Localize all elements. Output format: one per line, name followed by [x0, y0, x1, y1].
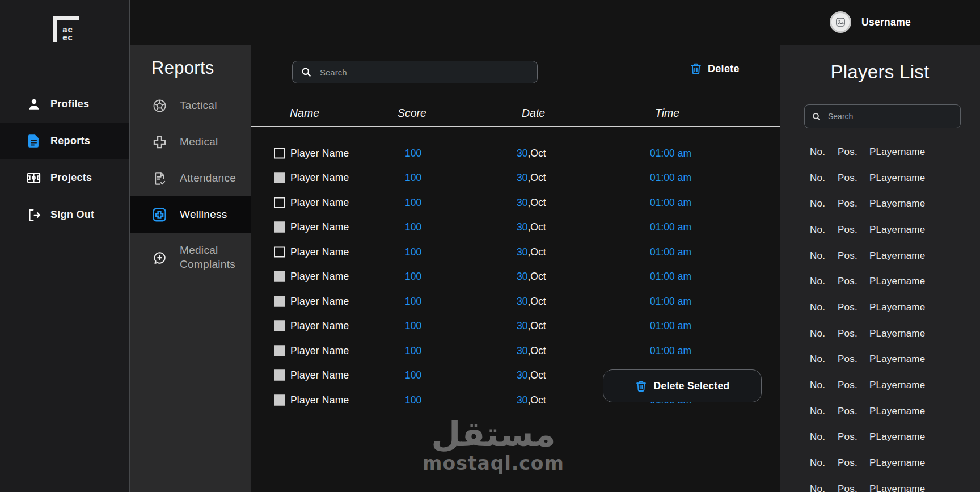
medical-cross-icon: [151, 134, 167, 150]
player-list-item[interactable]: No. Pos. PLayername: [780, 243, 980, 269]
row-checkbox[interactable]: [274, 321, 285, 331]
score-cell: 100: [405, 394, 421, 406]
report-item-wellness[interactable]: Welllness: [130, 196, 251, 233]
avatar[interactable]: [830, 11, 851, 33]
row-checkbox[interactable]: [274, 394, 285, 405]
score-cell: 100: [405, 147, 421, 159]
player-list-item[interactable]: No. Pos. PLayername: [780, 321, 980, 347]
players-search: [804, 104, 961, 128]
table-row: Player Name 100 30,Oct 01:00 am: [251, 314, 780, 339]
soccer-ball-icon: [151, 98, 167, 113]
sidebar-item-label: Reports: [50, 135, 90, 147]
main-content: Delete Name Score Date Time Player Name …: [251, 45, 780, 492]
username-label: Username: [861, 16, 911, 28]
search-icon: [812, 112, 821, 121]
player-list-item[interactable]: No. Pos. PLayername: [780, 372, 980, 398]
date-month: ,Oct: [527, 221, 546, 233]
player-number: No.: [810, 224, 825, 236]
player-number: No.: [810, 328, 825, 339]
player-list-item[interactable]: No. Pos. PLayername: [780, 268, 980, 295]
row-checkbox[interactable]: [274, 345, 285, 356]
report-item-medical-complaints[interactable]: Medical Complaints: [130, 233, 251, 283]
player-name: PLayername: [869, 354, 925, 365]
sidebar-item-profiles[interactable]: Profiles: [0, 86, 129, 123]
player-position: Pos.: [838, 302, 858, 313]
watermark-arabic-logo: مستقل: [400, 415, 587, 453]
player-position: Pos.: [838, 146, 858, 158]
player-number: No.: [810, 457, 825, 469]
main-search: [292, 61, 538, 83]
report-item-label: Welllness: [180, 208, 251, 222]
player-number: No.: [810, 354, 825, 365]
player-name: PLayername: [869, 224, 925, 236]
player-name-cell: Player Name: [290, 147, 349, 159]
row-checkbox[interactable]: [274, 222, 285, 233]
date-cell: 30,Oct: [517, 369, 546, 381]
date-cell: 30,Oct: [517, 147, 546, 159]
date-day: 30: [517, 271, 527, 282]
player-list-item[interactable]: No. Pos. PLayername: [780, 191, 980, 217]
row-checkbox[interactable]: [274, 271, 285, 282]
player-name-cell: Player Name: [290, 394, 349, 406]
app-screen: ac ec Profiles Reports Projects: [0, 0, 980, 492]
user-menu[interactable]: Username: [830, 11, 911, 33]
player-number: No.: [810, 198, 825, 209]
player-name: PLayername: [869, 406, 925, 417]
report-item-tactical[interactable]: Tactical: [130, 87, 251, 124]
player-list-item[interactable]: No. Pos. PLayername: [780, 139, 980, 165]
time-cell: 01:00 am: [650, 271, 691, 283]
date-day: 30: [517, 172, 527, 183]
date-month: ,Oct: [527, 172, 546, 183]
player-list-item[interactable]: No. Pos. PLayername: [780, 347, 980, 373]
date-day: 30: [517, 196, 527, 208]
search-input[interactable]: [319, 67, 529, 78]
reports-panel-title: Reports: [151, 58, 214, 78]
row-checkbox[interactable]: [274, 296, 285, 306]
date-month: ,Oct: [527, 271, 546, 282]
row-checkbox[interactable]: [274, 246, 285, 257]
row-checkbox[interactable]: [274, 370, 285, 381]
player-list-item[interactable]: No. Pos. PLayername: [780, 476, 980, 492]
signout-icon: [26, 207, 41, 222]
report-item-label: Tactical: [180, 99, 251, 113]
report-item-attendance[interactable]: Attendance: [130, 160, 251, 196]
score-cell: 100: [405, 196, 421, 208]
row-checkbox[interactable]: [274, 173, 285, 183]
report-item-medical[interactable]: Medical: [130, 124, 251, 160]
player-list-item[interactable]: No. Pos. PLayername: [780, 450, 980, 476]
player-list-item[interactable]: No. Pos. PLayername: [780, 295, 980, 321]
players-search-input[interactable]: [827, 111, 953, 121]
sidebar-item-projects[interactable]: Projects: [0, 159, 129, 196]
sidebar-item-reports[interactable]: Reports: [0, 123, 129, 159]
player-number: No.: [810, 431, 825, 443]
date-cell: 30,Oct: [517, 172, 546, 184]
row-checkbox[interactable]: [274, 197, 285, 208]
players-list-title: Players List: [780, 61, 980, 83]
app-logo: ac ec: [53, 16, 79, 42]
player-list-item[interactable]: No. Pos. PLayername: [780, 424, 980, 451]
delete-selected-button[interactable]: Delete Selected: [603, 369, 762, 402]
player-position: Pos.: [838, 276, 858, 287]
sidebar-item-signout[interactable]: Sign Out: [0, 196, 129, 233]
watermark: مستقل mostaql.com: [400, 415, 587, 473]
player-name-cell: Player Name: [290, 369, 349, 381]
player-number: No.: [810, 146, 825, 158]
date-day: 30: [517, 295, 527, 306]
player-name: PLayername: [869, 431, 925, 443]
time-cell: 01:00 am: [650, 196, 691, 208]
player-name-cell: Player Name: [290, 295, 349, 307]
delete-button-label: Delete: [708, 63, 740, 75]
report-item-label: Medical Complaints: [180, 243, 251, 271]
wellness-icon: [151, 207, 167, 222]
table-row: Player Name 100 30,Oct 01:00 am: [251, 166, 780, 191]
player-list-item[interactable]: No. Pos. PLayername: [780, 398, 980, 424]
player-position: Pos.: [838, 328, 858, 339]
player-list-item[interactable]: No. Pos. PLayername: [780, 217, 980, 243]
player-list-item[interactable]: No. Pos. PLayername: [780, 165, 980, 191]
date-day: 30: [517, 394, 527, 405]
table-header: Name Score Date Time: [251, 107, 780, 120]
players-list: No. Pos. PLayername No. Pos. PLayername …: [780, 139, 980, 492]
delete-button[interactable]: Delete: [690, 62, 740, 75]
player-name-cell: Player Name: [290, 172, 349, 184]
row-checkbox[interactable]: [274, 148, 285, 158]
